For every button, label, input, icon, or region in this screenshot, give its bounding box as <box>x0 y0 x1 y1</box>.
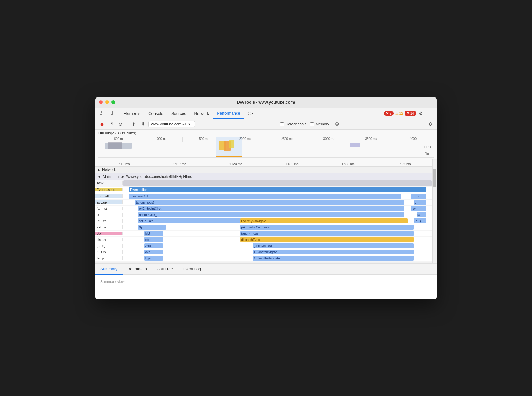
anonymous-bar-1[interactable]: (anonymous) <box>135 200 404 205</box>
close-button[interactable] <box>99 100 103 104</box>
dispatch-event-bar[interactable]: dispatchEvent <box>240 237 414 242</box>
tab-more[interactable]: >> <box>245 108 257 119</box>
mb-bar[interactable]: MB <box>144 231 163 236</box>
device-toggle-button[interactable] <box>107 109 116 118</box>
download-button[interactable]: ⬇ <box>139 120 147 128</box>
f-up-row: f....Up dka X6.onYtNavigate <box>95 249 432 255</box>
fun-all-label: Fun...all <box>95 194 123 198</box>
fi-es-label: _fi...es <box>95 219 123 223</box>
record-button[interactable]: ⏺ <box>98 120 106 128</box>
tf-p-bars: f.get X6.handleNavigate <box>123 255 432 261</box>
event-setup-row: Event...seup Event: click <box>95 187 432 193</box>
info-icon: ✕ <box>407 111 409 115</box>
bb-bars: MB (anonymous) <box>123 231 432 236</box>
detail-tick-3: 1420 ms <box>208 162 264 166</box>
scrollbar-thumb[interactable] <box>433 169 436 187</box>
pa-resolve-bar[interactable]: pA.resolveCommand <box>240 225 414 230</box>
memory-checkbox-label[interactable]: Memory <box>310 122 329 126</box>
task-bar[interactable] <box>123 180 432 186</box>
memory-checkbox[interactable] <box>310 122 314 126</box>
handle-click-bar[interactable]: handleClick_ <box>138 212 404 217</box>
tab-event-log[interactable]: Event Log <box>178 264 206 275</box>
warning-icon: ⚠ <box>395 111 399 115</box>
warning-badge[interactable]: ⚠ 12 <box>395 111 403 115</box>
dka-bar[interactable]: dka <box>144 250 163 254</box>
a-s-row: (a...s) A4a (anonymous) <box>95 243 432 249</box>
performance-toolbar: ⏺ ↺ ⊘ ⬆ ⬇ www.youtube.com #1 ▾ Screensho… <box>95 119 437 130</box>
ta-bar[interactable]: ta <box>417 212 426 217</box>
a-s-label: (a...s) <box>95 244 123 248</box>
x6-navigate-bar[interactable]: X6.onYtNavigate <box>253 250 414 254</box>
bottom-content: Summary view <box>95 275 437 299</box>
fun-all-bars: Function Call Ru...s <box>123 193 432 199</box>
error-badge[interactable]: ✕ 2 <box>384 111 393 116</box>
xjb-bar[interactable]: Xjb <box>138 225 166 230</box>
devtools-window: DevTools - www.youtube.com/ Elements Con… <box>95 97 437 299</box>
a4a-bar[interactable]: A4a <box>144 243 163 248</box>
an-s-row: (an...s) onEndpointClick_ next <box>95 206 432 212</box>
ev-up-row: Ev...up (anonymous) b <box>95 200 432 206</box>
detail-area: 1418 ms 1419 ms 1420 ms 1421 ms 1422 ms … <box>95 159 437 263</box>
event-setup-bars: Event: click <box>123 187 432 193</box>
a-s-bars: A4a (anonymous) <box>123 243 432 249</box>
top-nav: Elements Console Sources Network Perform… <box>95 108 437 119</box>
tab-summary[interactable]: Summary <box>95 264 123 275</box>
badge-group: ✕ 2 ⚠ 12 ✕ 14 <box>384 111 416 116</box>
function-call-bar[interactable]: Function Call <box>129 194 401 199</box>
vertical-scrollbar[interactable] <box>432 159 437 263</box>
main-section-label: Main — https://www.youtube.com/shorts/9l… <box>103 174 192 179</box>
flame-chart-area: 1418 ms 1419 ms 1420 ms 1421 ms 1422 ms … <box>95 159 432 263</box>
tab-performance[interactable]: Performance <box>213 108 244 119</box>
tab-bottom-up[interactable]: Bottom-Up <box>123 264 152 275</box>
ruler-tick-8: 4000 <box>392 137 434 142</box>
storage-button[interactable]: ⛁ <box>333 120 341 128</box>
anonymous-bar-2[interactable]: (anonymous) <box>240 231 414 236</box>
settings-gear-button[interactable]: ⚙ <box>426 120 434 128</box>
a-bar[interactable]: (a...) <box>414 218 426 223</box>
anonymous-bar-3[interactable]: (anonymous) <box>253 243 414 248</box>
screenshots-checkbox[interactable] <box>280 122 284 126</box>
sette-ata-bar[interactable]: setTe...ata_ <box>138 218 246 223</box>
ru-s-bar[interactable]: Ru...s <box>411 194 426 199</box>
tab-network[interactable]: Network <box>191 108 213 119</box>
network-section-header[interactable]: ▶ Network <box>95 167 432 173</box>
minimize-button[interactable] <box>105 100 109 104</box>
screenshots-checkbox-label[interactable]: Screenshots <box>280 122 306 126</box>
bottom-tabs: Summary Bottom-Up Call Tree Event Log <box>95 264 437 275</box>
on-endpoint-bar[interactable]: onEndpointClick_ <box>138 206 404 211</box>
info-badge[interactable]: ✕ 14 <box>405 111 416 116</box>
b-bar[interactable]: b <box>414 200 426 205</box>
more-menu-button[interactable]: ⋮ <box>426 109 434 118</box>
settings-button[interactable]: ⚙ <box>416 109 425 118</box>
ruler-tick-2: 1000 ms <box>140 137 182 142</box>
refresh-button[interactable]: ↺ <box>107 120 115 128</box>
fget-bar[interactable]: f.get <box>144 256 163 261</box>
dis-nt-bars: nbb dispatchEvent <box>123 237 432 242</box>
url-select[interactable]: www.youtube.com #1 ▾ <box>148 121 195 127</box>
upload-button[interactable]: ⬆ <box>130 120 138 128</box>
tab-elements[interactable]: Elements <box>120 108 144 119</box>
maximize-button[interactable] <box>111 100 115 104</box>
clear-button[interactable]: ⊘ <box>116 120 124 128</box>
detail-tick-5: 1422 ms <box>320 162 376 166</box>
bb-row: Bb MB (anonymous) <box>95 231 432 237</box>
tab-console[interactable]: Console <box>145 108 167 119</box>
detail-tick-4: 1421 ms <box>264 162 320 166</box>
tab-sources[interactable]: Sources <box>168 108 190 119</box>
yt-navigate-bar[interactable]: Event: yt-navigate <box>240 218 408 223</box>
inspect-element-button[interactable] <box>98 109 106 118</box>
x6-handle-bar[interactable]: X6.handleNavigate <box>253 256 414 261</box>
next-bar[interactable]: next <box>411 206 426 211</box>
tf-p-row: tF...p f.get X6.handleNavigate <box>95 255 432 262</box>
ruler-tick-1: 500 ms <box>98 137 140 142</box>
main-section-header[interactable]: ▼ Main — https://www.youtube.com/shorts/… <box>95 173 432 180</box>
nbb-bar[interactable]: nbb <box>144 237 163 242</box>
detail-tick-6: 1423 ms <box>376 162 432 166</box>
tab-call-tree[interactable]: Call Tree <box>152 264 178 275</box>
event-click-bar[interactable]: Event: click <box>129 187 426 192</box>
detail-tick-2: 1419 ms <box>151 162 208 166</box>
f-up-label: f....Up <box>95 250 123 254</box>
fx-label: fx <box>95 213 123 217</box>
task-label: Task <box>95 181 123 185</box>
ruler-tick-6: 3000 ms <box>308 137 350 142</box>
